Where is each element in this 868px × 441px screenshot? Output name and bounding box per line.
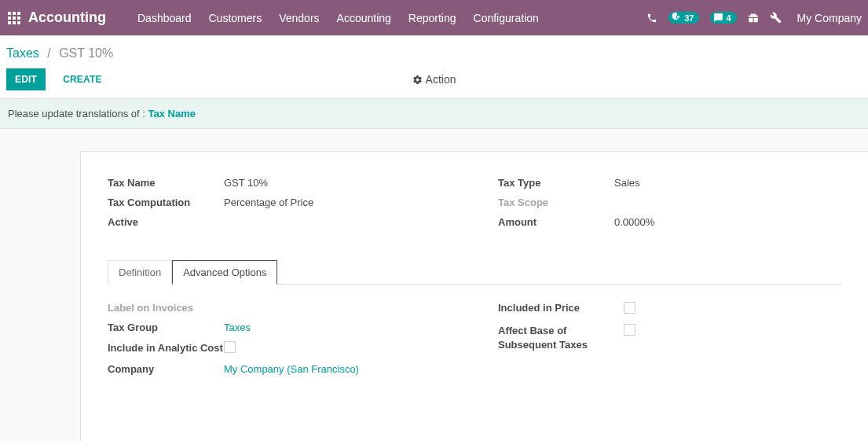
apps-icon[interactable] xyxy=(8,12,28,24)
svg-rect-4 xyxy=(13,17,16,20)
form-sheet: Tax Name GST 10% Tax Computation Percent… xyxy=(80,151,868,441)
tabs: Definition Advanced Options xyxy=(108,259,841,285)
tab-advanced-options[interactable]: Advanced Options xyxy=(172,260,277,285)
tax-name-label: Tax Name xyxy=(108,177,224,189)
activities-button[interactable]: 37 xyxy=(668,12,699,24)
menu-configuration[interactable]: Configuration xyxy=(474,12,539,24)
breadcrumb-current: GST 10% xyxy=(59,46,113,60)
svg-rect-2 xyxy=(17,12,20,15)
translation-notice: Please update translations of : Tax Name xyxy=(0,99,868,129)
form-right-column: Tax Type Sales Tax Scope Amount 0.0000% xyxy=(498,177,841,236)
tax-group-label: Tax Group xyxy=(108,322,224,333)
svg-rect-5 xyxy=(17,17,20,20)
affect-base-label: Affect Base of Subsequent Taxes xyxy=(498,324,624,351)
notice-text: Please update translations of : xyxy=(8,108,148,119)
tax-type-label: Tax Type xyxy=(498,177,614,189)
breadcrumb-parent[interactable]: Taxes xyxy=(6,46,39,60)
notice-link[interactable]: Tax Name xyxy=(148,108,196,119)
tax-computation-label: Tax Computation xyxy=(108,197,224,208)
form-left-column: Tax Name GST 10% Tax Computation Percent… xyxy=(108,177,451,236)
company-selector[interactable]: My Company xyxy=(797,12,862,24)
tax-name-value: GST 10% xyxy=(224,177,451,189)
included-in-price-checkbox[interactable] xyxy=(624,302,635,314)
phone-icon[interactable] xyxy=(646,13,657,24)
activities-count: 37 xyxy=(684,13,694,23)
include-analytic-label: Include in Analytic Cost xyxy=(108,341,224,355)
discuss-button[interactable]: 4 xyxy=(710,12,736,24)
control-panel: Taxes / GST 10% EDIT CREATE Action xyxy=(0,35,868,99)
company-label: Company xyxy=(108,363,224,375)
menu-customers[interactable]: Customers xyxy=(209,12,262,24)
tax-scope-label: Tax Scope xyxy=(498,197,614,208)
label-on-invoices-label: Label on Invoices xyxy=(108,302,224,314)
breadcrumb-separator: / xyxy=(47,46,50,60)
edit-button[interactable]: EDIT xyxy=(6,68,46,90)
create-button[interactable]: CREATE xyxy=(55,69,110,90)
tab-advanced-content: Label on Invoices Tax Group Taxes Includ… xyxy=(108,285,841,383)
svg-rect-6 xyxy=(8,21,11,24)
svg-rect-7 xyxy=(13,21,16,24)
active-label: Active xyxy=(108,216,224,228)
tax-type-value: Sales xyxy=(614,177,841,189)
main-menu: Dashboard Customers Vendors Accounting R… xyxy=(137,12,539,24)
action-dropdown[interactable]: Action xyxy=(412,73,456,86)
discuss-count: 4 xyxy=(726,13,731,23)
wrench-icon[interactable] xyxy=(770,12,782,24)
tax-scope-value xyxy=(614,197,841,208)
top-nav: Accounting Dashboard Customers Vendors A… xyxy=(0,0,868,35)
menu-vendors[interactable]: Vendors xyxy=(279,12,319,24)
amount-label: Amount xyxy=(498,216,614,228)
gift-icon[interactable] xyxy=(748,13,759,24)
svg-rect-1 xyxy=(13,12,16,15)
menu-accounting[interactable]: Accounting xyxy=(337,12,391,24)
tax-group-value[interactable]: Taxes xyxy=(224,322,451,333)
tax-computation-value: Percentage of Price xyxy=(224,197,451,208)
app-brand[interactable]: Accounting xyxy=(28,9,106,26)
menu-reporting[interactable]: Reporting xyxy=(408,12,456,24)
svg-rect-3 xyxy=(8,17,11,20)
svg-rect-0 xyxy=(8,12,11,15)
menu-dashboard[interactable]: Dashboard xyxy=(137,12,192,24)
systray: 37 4 My Company xyxy=(646,12,862,24)
gear-icon xyxy=(412,75,423,85)
affect-base-checkbox[interactable] xyxy=(624,324,635,336)
included-in-price-label: Included in Price xyxy=(498,302,624,316)
include-analytic-checkbox[interactable] xyxy=(224,341,236,353)
amount-value: 0.0000% xyxy=(614,216,841,228)
svg-rect-8 xyxy=(17,21,20,24)
action-label: Action xyxy=(426,73,456,86)
label-on-invoices-value xyxy=(224,302,451,314)
tab-definition[interactable]: Definition xyxy=(108,260,172,285)
company-value[interactable]: My Company (San Francisco) xyxy=(224,363,451,375)
breadcrumb: Taxes / GST 10% xyxy=(0,35,868,68)
